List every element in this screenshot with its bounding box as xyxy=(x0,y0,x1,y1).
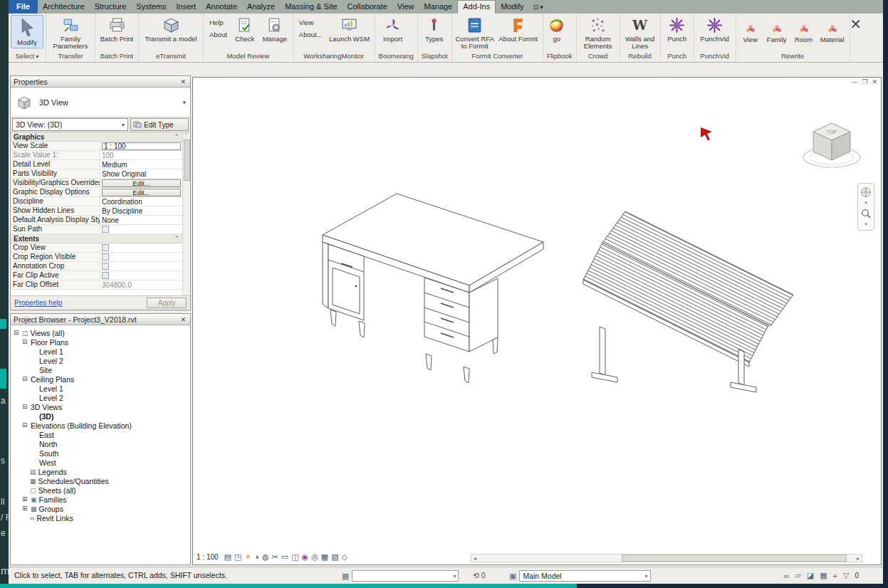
select-by-face-icon[interactable]: ▦ xyxy=(820,571,827,580)
far-clip-active-checkbox[interactable] xyxy=(102,272,109,279)
tab-structure[interactable]: Structure xyxy=(90,0,132,14)
expander-icon[interactable]: ⊞ xyxy=(22,505,28,512)
tree-item-3d-views[interactable]: ⊟3D Views xyxy=(11,402,190,411)
panel-label-rewrite[interactable]: Rewrite xyxy=(736,51,850,62)
tree-item-groups[interactable]: ⊞▩Groups xyxy=(11,504,190,513)
sun-path-checkbox[interactable] xyxy=(102,226,109,233)
tree-item-south[interactable]: South xyxy=(11,448,190,458)
drawing-area[interactable]: TOP xyxy=(193,78,881,565)
scrollbar-thumb[interactable] xyxy=(622,555,847,562)
tree-item-sheets[interactable]: ▢Sheets (all) xyxy=(11,485,190,495)
wsm-about-button[interactable]: About... xyxy=(298,30,324,39)
panel-label-batch-print[interactable]: Batch Print xyxy=(95,51,138,62)
tree-item-schedules[interactable]: ▦Schedules/Quantities xyxy=(11,476,190,485)
help-button[interactable]: Help xyxy=(208,18,229,27)
random-elements-button[interactable]: Random Elements xyxy=(579,15,617,51)
tree-item-level-2[interactable]: Level 2 xyxy=(11,393,190,402)
properties-scrollbar[interactable]: ⌃ xyxy=(182,132,190,295)
convert-rfa-button[interactable]: Convert RFA to FormIt xyxy=(454,15,496,51)
type-selector[interactable]: 3D View ▾ xyxy=(11,88,190,117)
panel-label-etransmit[interactable]: eTransmit xyxy=(139,51,203,62)
rewrite-family-button[interactable]: Family xyxy=(763,22,790,45)
scroll-right-icon[interactable]: ▸ xyxy=(855,555,862,562)
panel-label-punch[interactable]: Punch xyxy=(661,51,694,62)
constraints-icon[interactable]: ▦ xyxy=(321,552,328,562)
worksets-icon[interactable]: ▦ xyxy=(342,572,349,581)
worksharing-display-icon[interactable]: ▧ xyxy=(331,552,338,562)
tab-insert[interactable]: Insert xyxy=(171,0,201,14)
tree-item-elevations[interactable]: ⊟Elevations (Building Elevation) xyxy=(11,421,190,430)
import-button[interactable]: Import xyxy=(377,15,409,44)
section-graphics[interactable]: Graphics⌃ xyxy=(11,132,182,142)
discipline-value[interactable]: Coordination xyxy=(100,197,182,206)
reveal-hidden-icon[interactable]: ◉ xyxy=(302,552,309,562)
tree-item-3d[interactable]: (3D) xyxy=(11,411,190,421)
tab-manage[interactable]: Manage xyxy=(419,0,457,14)
design-options-icon[interactable]: ▣ xyxy=(509,572,516,581)
graphic-display-options-edit-button[interactable]: Edit... xyxy=(102,189,181,196)
panel-label-crowd[interactable]: Crowd xyxy=(577,51,620,62)
walls-and-lines-button[interactable]: Walls and Lines xyxy=(622,15,658,51)
launch-wsm-button[interactable]: Launch WSM xyxy=(327,15,372,44)
ribbon-display-dropdown-icon[interactable]: ▾ xyxy=(540,4,543,11)
project-browser-title-bar[interactable]: Project Browser - Project3_V2018.rvt ✕ xyxy=(11,314,190,325)
view-selector-combo[interactable]: 3D View: (3D) ▾ xyxy=(12,118,128,131)
tab-systems[interactable]: Systems xyxy=(131,0,171,14)
properties-help-link[interactable]: Properties help xyxy=(14,299,62,307)
default-analysis-style-value[interactable]: None xyxy=(100,216,182,224)
batch-print-button[interactable]: Batch Print xyxy=(98,15,136,44)
select-underlay-icon[interactable]: ▱ xyxy=(795,571,800,580)
expander-icon[interactable]: ⊞ xyxy=(22,496,28,503)
temporary-view-properties-icon[interactable]: ◎ xyxy=(311,552,318,562)
view-minimize-icon[interactable]: — xyxy=(851,78,857,85)
about-button[interactable]: About xyxy=(208,30,229,39)
expander-icon[interactable]: ⊟ xyxy=(22,339,28,345)
panel-label-slapshot[interactable]: Slapshot xyxy=(418,51,451,62)
tree-item-east[interactable]: East xyxy=(11,430,190,439)
viewcube[interactable]: TOP xyxy=(803,123,860,167)
scroll-left-icon[interactable]: ◂ xyxy=(471,555,479,562)
edit-type-button[interactable]: Edit Type xyxy=(130,118,189,131)
tab-annotate[interactable]: Annotate xyxy=(201,0,242,14)
tab-collaborate[interactable]: Collaborate xyxy=(343,0,392,14)
tree-item-families[interactable]: ⊞▣Families xyxy=(11,495,190,504)
panel-label-boomerang[interactable]: Boomerang xyxy=(375,51,417,62)
editing-requests-icon[interactable]: ⟲ xyxy=(473,571,479,579)
crop-region-visible-checkbox[interactable] xyxy=(102,253,109,261)
panel-label-punchvid[interactable]: PunchVid xyxy=(694,51,736,62)
tree-item-legends[interactable]: ▤Legends xyxy=(11,467,190,476)
filter-icon[interactable]: ▽ xyxy=(843,571,849,580)
rewrite-view-button[interactable]: View xyxy=(738,22,763,45)
rewrite-material-button[interactable]: Material xyxy=(818,22,847,45)
tree-item-north[interactable]: North xyxy=(11,439,190,448)
view-restore-icon[interactable]: ❐ xyxy=(862,78,867,85)
chevron-down-icon[interactable]: ▾ xyxy=(865,200,867,206)
steering-wheel-icon[interactable] xyxy=(860,187,872,198)
panel-label-formit-converter[interactable]: FormIt Converter xyxy=(452,51,543,62)
select-pinned-icon[interactable]: ◪ xyxy=(807,571,814,580)
panel-label-worksharing-monitor[interactable]: WorksharingMonitor xyxy=(293,51,375,62)
about-formit-button[interactable]: About FormIt xyxy=(496,15,540,44)
zoom-icon[interactable] xyxy=(860,208,872,219)
parts-visibility-value[interactable]: Show Original xyxy=(100,169,182,178)
punchvid-button[interactable]: PunchVid xyxy=(696,15,733,44)
tree-item-revit-links[interactable]: ∞Revit Links xyxy=(11,513,190,523)
highlight-displaced-icon[interactable]: ◇ xyxy=(342,552,348,562)
section-extents[interactable]: Extents⌃ xyxy=(11,234,182,243)
tab-architecture[interactable]: Architecture xyxy=(38,0,90,14)
chevron-down-icon[interactable]: ▾ xyxy=(182,99,186,106)
tree-item-west[interactable]: West xyxy=(11,458,190,467)
family-parameters-button[interactable]: Family Parameters xyxy=(48,15,93,51)
tab-massing-site[interactable]: Massing & Site xyxy=(280,0,342,14)
active-workset-combo[interactable]: ▾ xyxy=(352,570,459,582)
tree-item-site[interactable]: Site xyxy=(11,365,190,374)
tree-item-level-2[interactable]: Level 2 xyxy=(11,356,190,365)
view-close-icon[interactable]: ✕ xyxy=(872,78,877,85)
panel-label-select[interactable]: Select▾ xyxy=(9,51,46,62)
drag-on-selection-icon[interactable]: + xyxy=(833,572,837,580)
show-hidden-lines-value[interactable]: By Discipline xyxy=(100,206,182,215)
visual-style-icon[interactable]: ◳ xyxy=(234,552,241,562)
shadows-icon[interactable]: ◑ xyxy=(254,552,259,562)
properties-title-bar[interactable]: Properties ✕ xyxy=(11,76,190,88)
tab-view[interactable]: View xyxy=(392,0,419,14)
